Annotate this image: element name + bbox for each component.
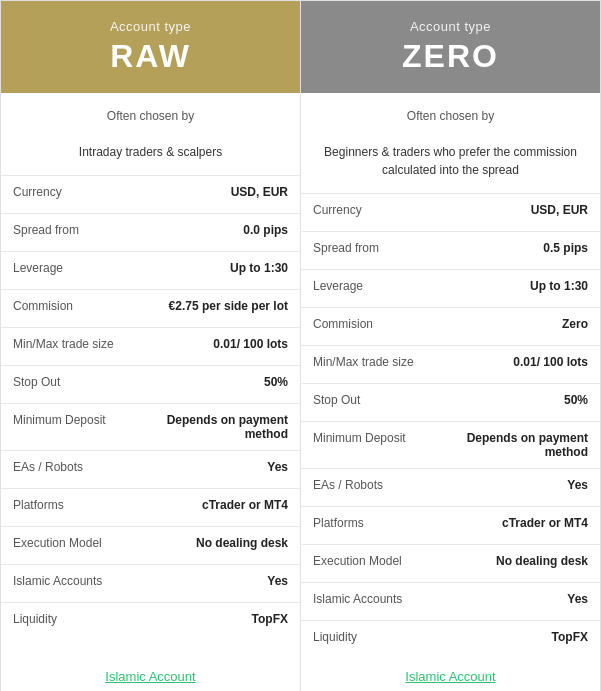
raw-feature-row-8: PlatformscTrader or MT4 — [1, 489, 300, 527]
raw-account-type-name: RAW — [11, 38, 290, 75]
zero-feature-label-1: Spread from — [313, 241, 454, 255]
raw-feature-value-7: Yes — [154, 460, 289, 474]
zero-islamic-link[interactable]: Islamic Account — [301, 659, 600, 691]
raw-feature-row-3: Commision€2.75 per side per lot — [1, 290, 300, 328]
zero-header: Account typeZERO — [301, 1, 600, 93]
raw-header: Account typeRAW — [1, 1, 300, 93]
zero-feature-value-0: USD, EUR — [454, 203, 589, 217]
zero-feature-row-0: CurrencyUSD, EUR — [301, 194, 600, 232]
raw-feature-row-1: Spread from0.0 pips — [1, 214, 300, 252]
zero-feature-label-7: EAs / Robots — [313, 478, 454, 492]
zero-feature-value-11: TopFX — [454, 630, 589, 644]
zero-chosen-by: Often chosen byBeginners & traders who p… — [301, 93, 600, 194]
zero-feature-row-4: Min/Max trade size0.01/ 100 lots — [301, 346, 600, 384]
raw-feature-row-6: Minimum DepositDepends on payment method — [1, 404, 300, 451]
zero-feature-value-2: Up to 1:30 — [454, 279, 589, 293]
raw-feature-label-8: Platforms — [13, 498, 154, 512]
raw-feature-value-1: 0.0 pips — [154, 223, 289, 237]
zero-account-type-name: ZERO — [311, 38, 590, 75]
raw-feature-label-6: Minimum Deposit — [13, 413, 154, 427]
raw-feature-value-4: 0.01/ 100 lots — [154, 337, 289, 351]
zero-feature-label-9: Execution Model — [313, 554, 454, 568]
zero-feature-row-3: CommisionZero — [301, 308, 600, 346]
zero-feature-label-2: Leverage — [313, 279, 454, 293]
zero-feature-label-8: Platforms — [313, 516, 454, 530]
raw-feature-label-11: Liquidity — [13, 612, 154, 626]
raw-feature-value-10: Yes — [154, 574, 289, 588]
raw-account-type-label: Account type — [11, 19, 290, 34]
raw-features-list: CurrencyUSD, EURSpread from0.0 pipsLever… — [1, 176, 300, 659]
raw-feature-value-8: cTrader or MT4 — [154, 498, 289, 512]
zero-feature-value-9: No dealing desk — [454, 554, 589, 568]
raw-chosen-label: Often chosen by — [107, 107, 194, 125]
zero-feature-label-11: Liquidity — [313, 630, 454, 644]
raw-feature-label-7: EAs / Robots — [13, 460, 154, 474]
zero-feature-label-10: Islamic Accounts — [313, 592, 454, 606]
raw-feature-row-5: Stop Out50% — [1, 366, 300, 404]
raw-feature-value-2: Up to 1:30 — [154, 261, 289, 275]
zero-account-type-label: Account type — [311, 19, 590, 34]
raw-feature-label-0: Currency — [13, 185, 154, 199]
raw-feature-row-11: LiquidityTopFX — [1, 603, 300, 641]
zero-feature-row-9: Execution ModelNo dealing desk — [301, 545, 600, 583]
raw-feature-label-10: Islamic Accounts — [13, 574, 154, 588]
raw-feature-row-9: Execution ModelNo dealing desk — [1, 527, 300, 565]
raw-feature-row-7: EAs / RobotsYes — [1, 451, 300, 489]
zero-chosen-value: Beginners & traders who prefer the commi… — [313, 143, 588, 179]
account-col-raw: Account typeRAWOften chosen byIntraday t… — [1, 1, 301, 691]
zero-feature-value-1: 0.5 pips — [454, 241, 589, 255]
raw-chosen-by: Often chosen byIntraday traders & scalpe… — [1, 93, 300, 176]
raw-feature-row-2: LeverageUp to 1:30 — [1, 252, 300, 290]
zero-feature-value-4: 0.01/ 100 lots — [454, 355, 589, 369]
account-col-zero: Account typeZEROOften chosen byBeginners… — [301, 1, 600, 691]
raw-feature-label-5: Stop Out — [13, 375, 154, 389]
zero-feature-value-5: 50% — [454, 393, 589, 407]
zero-feature-row-7: EAs / RobotsYes — [301, 469, 600, 507]
zero-feature-row-2: LeverageUp to 1:30 — [301, 270, 600, 308]
zero-feature-row-6: Minimum DepositDepends on payment method — [301, 422, 600, 469]
zero-chosen-label: Often chosen by — [407, 107, 494, 125]
raw-feature-label-4: Min/Max trade size — [13, 337, 154, 351]
raw-feature-value-9: No dealing desk — [154, 536, 289, 550]
comparison-container: Account typeRAWOften chosen byIntraday t… — [0, 0, 601, 691]
zero-feature-row-8: PlatformscTrader or MT4 — [301, 507, 600, 545]
raw-feature-label-1: Spread from — [13, 223, 154, 237]
raw-feature-value-5: 50% — [154, 375, 289, 389]
zero-feature-label-4: Min/Max trade size — [313, 355, 454, 369]
raw-feature-value-0: USD, EUR — [154, 185, 289, 199]
raw-chosen-value: Intraday traders & scalpers — [79, 143, 222, 161]
zero-feature-label-0: Currency — [313, 203, 454, 217]
raw-feature-row-10: Islamic AccountsYes — [1, 565, 300, 603]
raw-feature-label-3: Commision — [13, 299, 154, 313]
raw-feature-label-9: Execution Model — [13, 536, 154, 550]
raw-feature-value-11: TopFX — [154, 612, 289, 626]
zero-feature-label-5: Stop Out — [313, 393, 454, 407]
zero-feature-value-8: cTrader or MT4 — [454, 516, 589, 530]
zero-features-list: CurrencyUSD, EURSpread from0.5 pipsLever… — [301, 194, 600, 659]
raw-feature-label-2: Leverage — [13, 261, 154, 275]
zero-feature-value-7: Yes — [454, 478, 589, 492]
raw-feature-value-3: €2.75 per side per lot — [154, 299, 289, 313]
zero-feature-row-5: Stop Out50% — [301, 384, 600, 422]
zero-feature-row-1: Spread from0.5 pips — [301, 232, 600, 270]
raw-feature-row-4: Min/Max trade size0.01/ 100 lots — [1, 328, 300, 366]
raw-feature-row-0: CurrencyUSD, EUR — [1, 176, 300, 214]
zero-feature-row-10: Islamic AccountsYes — [301, 583, 600, 621]
raw-feature-value-6: Depends on payment method — [154, 413, 289, 441]
zero-feature-value-3: Zero — [454, 317, 589, 331]
zero-feature-value-6: Depends on payment method — [454, 431, 589, 459]
zero-feature-value-10: Yes — [454, 592, 589, 606]
zero-feature-label-3: Commision — [313, 317, 454, 331]
zero-feature-label-6: Minimum Deposit — [313, 431, 454, 445]
raw-islamic-link[interactable]: Islamic Account — [1, 659, 300, 691]
zero-feature-row-11: LiquidityTopFX — [301, 621, 600, 659]
